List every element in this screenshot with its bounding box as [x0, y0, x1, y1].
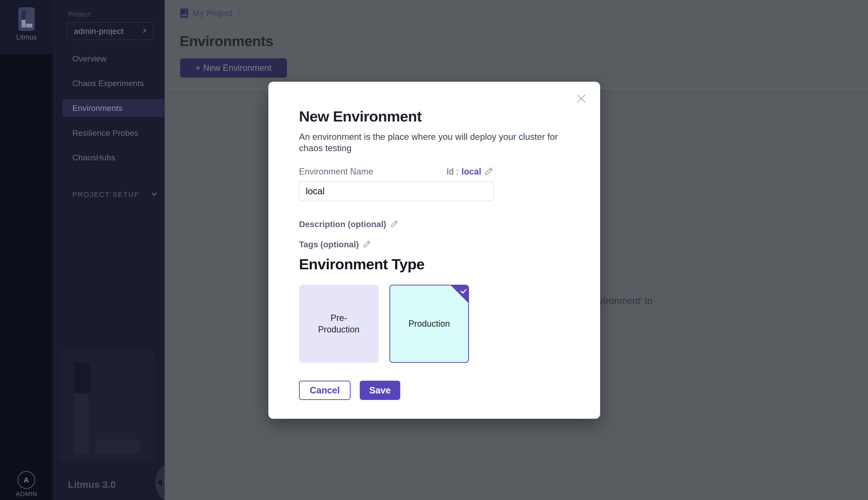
modal-title: New Environment — [299, 82, 571, 125]
project-setup-label: PROJECT SETUP — [72, 191, 140, 198]
project-label: Project — [68, 10, 90, 18]
project-setup-toggle[interactable]: PROJECT SETUP — [72, 191, 158, 198]
tags-row: Tags (optional) — [299, 240, 571, 249]
chevron-down-icon — [151, 191, 158, 198]
chevron-right-icon — [237, 9, 242, 18]
icon-rail-top: Litmus — [0, 0, 53, 54]
id-value: local — [461, 167, 481, 177]
environment-name-label: Environment Name — [299, 167, 373, 177]
close-icon[interactable] — [576, 93, 587, 104]
save-button[interactable]: Save — [360, 380, 400, 400]
project-logo-icon — [180, 9, 188, 18]
sidebar-item-overview[interactable]: Overview — [62, 50, 165, 68]
new-environment-modal: New Environment An environment is the pl… — [269, 82, 600, 419]
type-card-label: Pre-Production — [315, 312, 363, 336]
sidebar-item-environments[interactable]: Environments — [62, 99, 165, 117]
collapse-left-icon — [157, 479, 162, 486]
litmus-logo-label: Litmus — [0, 33, 53, 41]
project-selector-value: admin-project — [74, 26, 124, 36]
user-role-label: ADMIN — [0, 490, 53, 498]
edit-tags-icon[interactable] — [363, 240, 371, 249]
breadcrumb-link[interactable]: My Project — [193, 9, 232, 18]
avatar-initial: A — [24, 476, 29, 484]
type-card-label: Production — [405, 318, 453, 330]
breadcrumb[interactable]: My Project — [180, 9, 242, 18]
type-card-production[interactable]: Production — [389, 285, 469, 363]
app-root: Litmus A ADMIN Project admin-project Ove… — [0, 0, 868, 500]
id-label: Id : — [447, 167, 459, 177]
chevron-right-icon — [141, 27, 148, 35]
sidebar-item-chaos-experiments[interactable]: Chaos Experiments — [62, 74, 165, 92]
project-selector[interactable]: admin-project — [67, 22, 153, 40]
cancel-button[interactable]: Cancel — [299, 380, 351, 400]
sidebar-collapse-button[interactable] — [156, 465, 165, 500]
environment-id-group: Id : local — [447, 166, 494, 177]
empty-state-text-fragment: vironment' to — [599, 296, 652, 306]
environment-type-cards: Pre-Production Production — [299, 285, 571, 363]
environment-name-input[interactable] — [299, 181, 494, 201]
modal-actions: Cancel Save — [299, 380, 571, 400]
litmus-logo-icon — [18, 7, 35, 31]
environment-name-row: Environment Name Id : local — [299, 166, 494, 177]
litmus-watermark-logo — [59, 349, 155, 462]
environment-type-heading: Environment Type — [299, 255, 571, 273]
tags-label: Tags (optional) — [299, 240, 359, 249]
sidebar-item-chaoshubs[interactable]: ChaosHubs — [62, 148, 165, 166]
description-label: Description (optional) — [299, 219, 386, 229]
edit-description-icon[interactable] — [390, 219, 399, 229]
check-icon — [460, 287, 467, 297]
avatar[interactable]: A — [18, 471, 35, 489]
version-label: Litmus 3.0 — [68, 479, 116, 490]
page-title: Environments — [180, 33, 273, 49]
sidebar-item-resilience-probes[interactable]: Resilience Probes — [62, 124, 165, 142]
icon-rail: Litmus A ADMIN — [0, 0, 53, 500]
modal-description: An environment is the place where you wi… — [299, 131, 571, 154]
description-row: Description (optional) — [299, 219, 571, 229]
edit-id-icon[interactable] — [484, 166, 494, 177]
type-card-pre-production[interactable]: Pre-Production — [299, 285, 378, 363]
sidebar: Project admin-project Overview Chaos Exp… — [53, 0, 165, 500]
new-environment-button[interactable]: + New Environment — [180, 58, 287, 78]
